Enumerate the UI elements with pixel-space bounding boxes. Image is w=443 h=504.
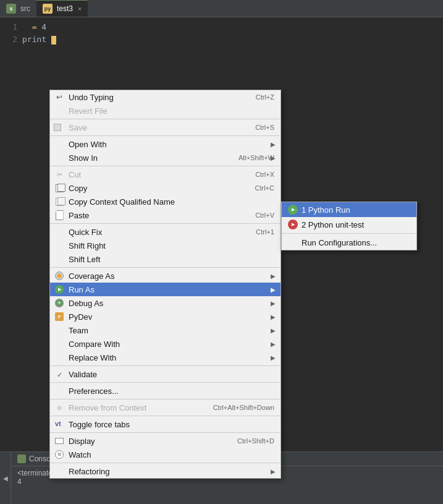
separator-10: [50, 432, 281, 433]
submenu-python-run-label: 1 Python Run: [302, 205, 350, 215]
menu-item-copy-label: Copy: [69, 184, 243, 193]
menu-item-run-as[interactable]: Run As ▶: [50, 283, 281, 296]
menu-item-open-with-label: Open With: [69, 140, 274, 149]
menu-item-undo-shortcut: Ctrl+Z: [256, 93, 274, 101]
menu-item-show-in-shortcut: Alt+Shift+W: [238, 154, 274, 161]
menu-item-pydev[interactable]: P PyDev ▶: [50, 310, 281, 323]
submenu-arrow-coverage-as: ▶: [271, 273, 276, 280]
menu-item-toggle-tabs[interactable]: vt Toggle force tabs: [50, 417, 281, 431]
cursor: [51, 36, 56, 45]
menu-item-remove-context: ⊖ Remove from Context Ctrl+Alt+Shift+Dow…: [50, 401, 281, 414]
remove-context-icon: ⊖: [54, 402, 65, 413]
separator-6: [50, 365, 281, 366]
menu-item-coverage-as[interactable]: Coverage As ▶: [50, 269, 281, 283]
panel-collapse-arrow[interactable]: ◀: [0, 452, 11, 504]
menu-item-copy[interactable]: Copy Ctrl+C: [50, 181, 281, 195]
menu-item-display-shortcut: Ctrl+Shift+D: [237, 437, 274, 445]
submenu-item-python-run[interactable]: 1 Python Run: [282, 202, 416, 217]
submenu-arrow-open-with: ▶: [271, 141, 276, 148]
debug-as-icon: [54, 297, 65, 309]
tab-test3-label: test3: [57, 4, 73, 13]
submenu-arrow-refactoring: ▶: [271, 468, 276, 475]
submenu-item-run-configs[interactable]: Run Configurations...: [282, 235, 416, 250]
menu-item-run-as-label: Run As: [69, 285, 274, 294]
menu-item-paste[interactable]: Paste Ctrl+V: [50, 208, 281, 222]
toggle-icon: vt: [54, 419, 65, 430]
line-number-1: 1: [5, 21, 17, 33]
submenu-arrow-run-as: ▶: [271, 286, 276, 293]
menu-item-team-label: Team: [69, 326, 274, 335]
submenu-python-unittest-label: 2 Python unit-test: [302, 220, 364, 229]
validate-icon: [54, 369, 65, 380]
menu-item-watch-label: Watch: [69, 450, 274, 459]
display-icon: [54, 435, 65, 446]
menu-item-copy-shortcut: Ctrl+C: [255, 184, 274, 192]
menu-item-pydev-label: PyDev: [69, 312, 274, 322]
separator-7: [50, 382, 281, 383]
coverage-as-icon: [54, 270, 65, 281]
submenu-run-configs-label: Run Configurations...: [302, 238, 377, 247]
submenu-arrow-replace-with: ▶: [271, 354, 276, 361]
menu-item-watch[interactable]: Watch: [50, 448, 281, 461]
menu-item-team[interactable]: Team ▶: [50, 323, 281, 337]
menu-item-debug-as[interactable]: Debug As ▶: [50, 296, 281, 310]
run-as-icon: [54, 284, 65, 295]
menu-item-revert: Revert File: [50, 104, 281, 117]
close-tab-icon[interactable]: ×: [78, 5, 82, 12]
menu-item-refactoring-label: Refactoring: [69, 467, 274, 476]
editor-line-2: 2 print: [0, 33, 443, 46]
watch-icon: [54, 449, 65, 460]
menu-item-cut-label: Cut: [69, 170, 243, 179]
separator-5: [50, 267, 281, 268]
pydev-icon: P: [54, 311, 65, 322]
menu-item-compare-with-label: Compare With: [69, 340, 274, 349]
submenu-arrow-team: ▶: [271, 327, 276, 334]
menu-item-save-shortcut: Ctrl+S: [255, 124, 274, 131]
menu-item-paste-shortcut: Ctrl+V: [255, 211, 274, 219]
menu-item-compare-with[interactable]: Compare With ▶: [50, 337, 281, 351]
menu-item-show-in[interactable]: Show In Alt+Shift+W ▶: [50, 151, 281, 164]
code-line-2: print: [22, 33, 56, 46]
submenu-arrow-show-in: ▶: [271, 155, 276, 161]
menu-item-debug-as-label: Debug As: [69, 299, 274, 308]
menu-item-preferences[interactable]: Preferences...: [50, 384, 281, 398]
editor-area[interactable]: 1 = 4 2 print: [0, 17, 443, 49]
menu-item-validate[interactable]: Validate: [50, 367, 281, 381]
menu-item-undo[interactable]: ↩ Undo Typing Ctrl+Z: [50, 90, 281, 104]
menu-item-refactoring[interactable]: Refactoring ▶: [50, 464, 281, 478]
menu-item-toggle-tabs-label: Toggle force tabs: [69, 420, 274, 429]
menu-item-save-label: Save: [69, 123, 243, 132]
menu-item-shift-right[interactable]: Shift Right: [50, 239, 281, 252]
separator-1: [50, 119, 281, 119]
cut-icon: ✂: [54, 169, 65, 180]
menu-item-display-label: Display: [69, 437, 225, 446]
menu-item-cut: ✂ Cut Ctrl+X: [50, 168, 281, 181]
copy-context-icon: [54, 196, 65, 207]
console-icon: [17, 455, 26, 463]
menu-item-cut-shortcut: Ctrl+X: [255, 171, 274, 178]
menu-item-preferences-label: Preferences...: [69, 387, 274, 396]
separator-9: [50, 416, 281, 416]
tab-test3[interactable]: py test3 ×: [36, 0, 88, 17]
menu-item-quickfix-label: Quick Fix: [69, 228, 243, 237]
separator-3: [50, 166, 281, 166]
src-file-icon: s: [6, 4, 16, 14]
menu-item-coverage-as-label: Coverage As: [69, 271, 274, 281]
separator-11: [50, 463, 281, 463]
menu-item-quickfix[interactable]: Quick Fix Ctrl+1: [50, 225, 281, 239]
menu-item-paste-label: Paste: [69, 211, 243, 220]
submenu-item-python-unittest[interactable]: 2 Python unit-test: [282, 217, 416, 232]
menu-item-replace-with[interactable]: Replace With ▶: [50, 351, 281, 364]
tab-src[interactable]: s src: [0, 0, 36, 17]
menu-item-display[interactable]: Display Ctrl+Shift+D: [50, 434, 281, 448]
menu-item-shift-left[interactable]: Shift Left: [50, 252, 281, 266]
line-number-2: 2: [5, 33, 17, 46]
menu-item-replace-with-label: Replace With: [69, 353, 274, 362]
submenu-arrow-debug-as: ▶: [271, 300, 276, 307]
menu-item-open-with[interactable]: Open With ▶: [50, 137, 281, 151]
menu-item-show-in-label: Show In: [69, 153, 226, 163]
menu-item-remove-context-label: Remove from Context: [69, 403, 201, 412]
run-as-submenu: 1 Python Run 2 Python unit-test Run Conf…: [281, 202, 417, 250]
menu-item-copy-context[interactable]: Copy Context Qualified Name: [50, 195, 281, 208]
tab-bar: s src py test3 ×: [0, 0, 443, 17]
